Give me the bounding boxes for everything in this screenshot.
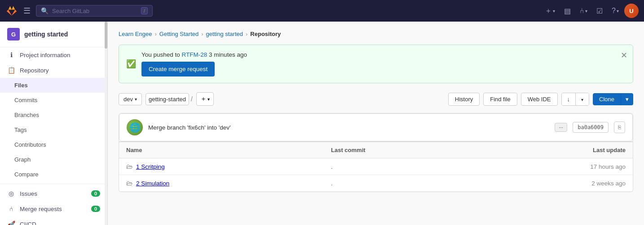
folder-icon: 🗁 — [126, 180, 132, 187]
help-button[interactable]: ? ▾ — [608, 4, 622, 18]
merge-icon: ⑃ — [580, 7, 584, 15]
merge-requests-button[interactable]: ⑃ ▾ — [576, 4, 591, 18]
commit-message[interactable]: Merge branch 'fix6ch' into 'dev' — [148, 124, 549, 131]
sidebar-label-project-information: Project information — [20, 52, 71, 58]
close-alert-button[interactable]: ✕ — [621, 50, 627, 60]
check-circle-icon: ✅ — [126, 59, 136, 69]
repo-toolbar: dev ▾ getting-started / ＋ ▾ History Find… — [119, 92, 633, 106]
breadcrumb-project[interactable]: getting started — [206, 31, 243, 37]
sidebar-item-compare[interactable]: Compare — [0, 167, 107, 182]
sidebar-label-repository: Repository — [20, 67, 49, 74]
file-name-cell: 🗁 2 Simulation — [126, 180, 331, 187]
column-last-commit: Last commit — [331, 147, 536, 153]
path-segment: getting-started — [146, 93, 189, 105]
main-content: Learn Engee › Getting Started › getting … — [108, 22, 644, 225]
download-icon: ↓ — [567, 96, 570, 103]
branch-link[interactable]: RTFM-28 — [182, 51, 207, 58]
user-avatar[interactable]: U — [624, 4, 639, 18]
copy-icon: ⎘ — [618, 124, 621, 130]
sidebar-item-tags[interactable]: Tags — [0, 122, 107, 137]
table-row[interactable]: 🗁 2 Simulation . 2 weeks ago — [119, 175, 633, 192]
search-shortcut: / — [141, 7, 148, 14]
file-table-header: Name Last commit Last update — [119, 142, 633, 158]
commit-dots-button[interactable]: ··· — [555, 123, 567, 132]
sidebar-label-commits: Commits — [14, 97, 37, 104]
search-icon: 🔍 — [41, 7, 49, 14]
file-name-cell: 🗁 1 Scritping — [126, 163, 331, 170]
clone-dropdown-button[interactable]: ▾ — [621, 93, 633, 105]
sidebar-label-issues: Issues — [20, 190, 37, 197]
navbar: ☰ 🔍 / ＋ ▾ ▤ ⑃ ▾ ☑ ? ▾ U — [0, 0, 644, 22]
file-link[interactable]: 2 Simulation — [136, 180, 169, 187]
sidebar-item-issues[interactable]: ◎ Issues 0 — [0, 186, 107, 201]
branch-name: dev — [124, 96, 133, 103]
todo-button[interactable]: ☑ — [593, 4, 606, 18]
commit-hash[interactable]: ba0a6009 — [573, 122, 609, 133]
new-item-button[interactable]: ＋ ▾ — [541, 4, 559, 18]
alert-banner: ✅ You pushed to RTFM-28 3 minutes ago Cr… — [119, 45, 633, 83]
download-dropdown-button[interactable]: ▾ — [576, 93, 589, 105]
search-box[interactable]: 🔍 / — [36, 5, 153, 17]
sidebar-toggle-button[interactable]: ▤ — [560, 4, 574, 18]
sidebar-label-graph: Graph — [14, 156, 31, 163]
column-name: Name — [126, 147, 331, 153]
breadcrumb-current: Repository — [250, 31, 281, 37]
web-ide-button[interactable]: Web IDE — [521, 93, 558, 106]
copy-hash-button[interactable]: ⎘ — [614, 122, 625, 133]
branch-selector[interactable]: dev ▾ — [119, 93, 142, 105]
sidebar-label-merge-requests: Merge requests — [20, 206, 62, 212]
sidebar-item-graph[interactable]: Graph — [0, 152, 107, 167]
sidebar-item-commits[interactable]: Commits — [0, 93, 107, 108]
layout: G getting started ℹ Project information … — [0, 22, 644, 225]
navbar-icons: ＋ ▾ ▤ ⑃ ▾ ☑ ? ▾ U — [541, 4, 639, 18]
project-avatar: G — [7, 28, 20, 40]
chevron-down-icon: ▾ — [585, 9, 587, 14]
file-link[interactable]: 1 Scritping — [136, 163, 165, 170]
clone-button-group: Clone ▾ — [593, 93, 633, 105]
folder-icon: 🗁 — [126, 163, 132, 170]
sidebar: G getting started ℹ Project information … — [0, 22, 108, 225]
sidebar-label-cicd: CI/CD — [20, 221, 36, 225]
sidebar-item-merge-requests[interactable]: ⑃ Merge requests 0 — [0, 201, 107, 216]
search-input[interactable] — [52, 8, 137, 14]
column-last-update: Last update — [536, 147, 626, 153]
create-merge-request-button[interactable]: Create merge request — [141, 62, 215, 76]
commit-row-wrapper: 🌐 Merge branch 'fix6ch' into 'dev' ··· b… — [119, 113, 633, 142]
sidebar-item-branches[interactable]: Branches — [0, 108, 107, 122]
merge-requests-badge: 0 — [91, 206, 100, 212]
checkbox-icon: ☑ — [596, 7, 603, 15]
sidebar-item-cicd[interactable]: 🚀 CI/CD — [0, 216, 107, 225]
project-header: G getting started — [0, 22, 107, 47]
breadcrumb-learn-engee[interactable]: Learn Engee — [119, 31, 152, 37]
info-icon: ℹ — [7, 51, 15, 58]
history-button[interactable]: History — [448, 93, 480, 106]
cicd-icon: 🚀 — [7, 220, 15, 225]
hamburger-icon[interactable]: ☰ — [23, 6, 31, 16]
chevron-down-icon: ▾ — [581, 97, 583, 102]
commit-row: 🌐 Merge branch 'fix6ch' into 'dev' ··· b… — [119, 113, 633, 141]
sidebar-item-files[interactable]: Files — [0, 78, 107, 93]
gitlab-logo[interactable] — [5, 4, 18, 17]
breadcrumb-sep-3: › — [246, 31, 247, 37]
separator — [0, 184, 107, 184]
sidebar-item-project-information[interactable]: ℹ Project information — [0, 47, 107, 63]
clone-button[interactable]: Clone — [593, 93, 621, 105]
download-button[interactable]: ↓ — [562, 93, 576, 105]
breadcrumb-sep-2: › — [201, 31, 203, 37]
sidebar-label-tags: Tags — [14, 126, 26, 133]
find-file-button[interactable]: Find file — [483, 93, 517, 106]
chevron-down-icon: ▾ — [207, 97, 210, 102]
plus-icon: ＋ — [545, 6, 552, 16]
alert-text: You pushed to RTFM-28 3 minutes ago — [141, 51, 626, 58]
add-path-button[interactable]: ＋ ▾ — [196, 92, 214, 106]
last-commit-cell: . — [331, 163, 536, 170]
breadcrumb-getting-started[interactable]: Getting Started — [159, 31, 198, 37]
sidebar-item-contributors[interactable]: Contributors — [0, 137, 107, 152]
avatar-emoji: 🌐 — [129, 122, 141, 133]
table-row[interactable]: 🗁 1 Scritping . 17 hours ago — [119, 158, 633, 175]
question-icon: ? — [612, 7, 616, 15]
sidebar-label-compare: Compare — [14, 171, 38, 178]
sidebar-label-contributors: Contributors — [14, 141, 46, 148]
chevron-down-icon: ▾ — [553, 9, 555, 14]
sidebar-item-repository[interactable]: 📋 Repository — [0, 63, 107, 78]
